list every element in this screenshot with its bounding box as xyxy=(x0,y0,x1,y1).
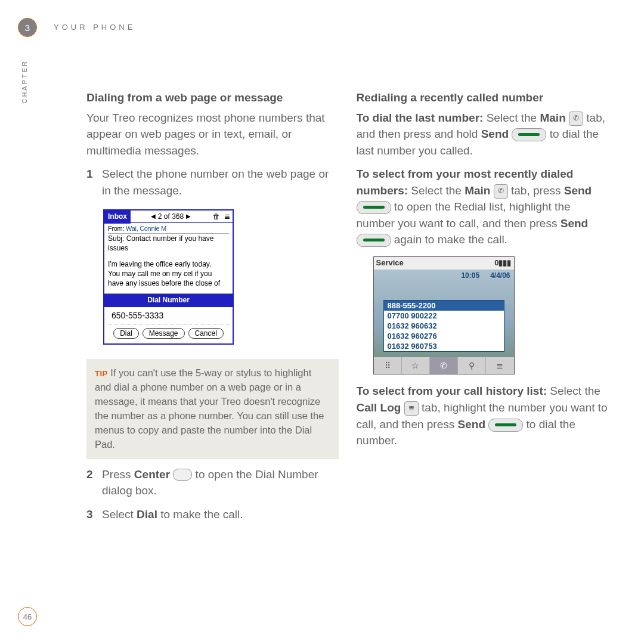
send-button-icon xyxy=(488,419,523,432)
tab-main-icon[interactable]: ✆ xyxy=(430,357,458,374)
page-number: 46 xyxy=(18,607,37,626)
page-number-value: 46 xyxy=(23,612,32,621)
tip-label: TIP xyxy=(95,369,108,378)
calllog-tab-icon: ≣ xyxy=(404,401,419,416)
p3-calllog: Call Log xyxy=(357,401,401,414)
step-3: 3 Select Dial to make the call. xyxy=(86,506,339,523)
step-3-text-c: to make the call. xyxy=(157,508,243,521)
message-button[interactable]: Message xyxy=(143,328,185,339)
step-1: 1 Select the phone number on the web pag… xyxy=(86,166,339,199)
chapter-badge: 3 xyxy=(18,18,37,37)
list-item[interactable]: 888-555-2200 xyxy=(384,301,504,311)
tab-dialpad-icon[interactable]: ⠿ xyxy=(374,357,402,374)
tab-calllog-icon[interactable]: ≣ xyxy=(486,357,513,374)
inbox-from-label: From: xyxy=(108,225,124,232)
step-3-bold: Dial xyxy=(137,508,157,521)
tip-box: TIP If you can't use the 5-way or stylus… xyxy=(86,359,339,459)
signal-icon: 0▮▮▮ xyxy=(494,258,511,269)
left-heading: Dialing from a web page or message xyxy=(86,89,339,106)
menu-icon[interactable]: ≣ xyxy=(222,212,233,222)
list-item[interactable]: 01632 960276 xyxy=(384,331,504,341)
p2-main: Main xyxy=(465,184,490,197)
p2-send2: Send xyxy=(561,217,588,230)
prev-icon[interactable]: ◀ xyxy=(151,212,156,221)
p1-b: Select the xyxy=(483,112,540,124)
p3-lead: To select from your call history list: xyxy=(357,385,547,397)
inbox-pager: 2 of 368 xyxy=(158,212,184,222)
call-history-paragraph: To select from your call history list: S… xyxy=(357,383,609,448)
send-button-icon xyxy=(512,128,546,141)
left-column: Dialing from a web page or message Your … xyxy=(86,89,339,522)
p2-h: again to make the call. xyxy=(391,233,507,246)
list-item[interactable]: 01632 960753 xyxy=(384,341,504,351)
step-1-number: 1 xyxy=(86,166,102,199)
center-button-icon xyxy=(173,469,192,481)
service-time: 10:05 xyxy=(461,271,479,281)
cancel-button[interactable]: Cancel xyxy=(188,328,224,339)
tip-text: If you can't use the 5-way or stylus to … xyxy=(95,367,324,450)
next-icon[interactable]: ▶ xyxy=(186,212,191,221)
send-button-icon xyxy=(357,234,391,247)
dial-button[interactable]: Dial xyxy=(113,328,139,339)
dial-number-band: Dial Number xyxy=(104,294,233,306)
step-2-text-a: Press xyxy=(102,468,134,481)
step-1-text: Select the phone number on the web page … xyxy=(102,166,339,199)
main-tab-icon: ✆ xyxy=(569,112,583,126)
redial-recent-paragraph: To select from your most recently dialed… xyxy=(357,166,609,248)
dial-number-value: 650-555-3333 xyxy=(108,307,229,324)
tab-favorites-icon[interactable]: ☆ xyxy=(402,357,430,374)
send-button-icon xyxy=(357,201,391,214)
trash-icon[interactable]: 🗑 xyxy=(211,212,222,222)
tab-contacts-icon[interactable]: ⚲ xyxy=(458,357,486,374)
p1-main: Main xyxy=(540,112,565,124)
p3-b: Select the xyxy=(547,385,600,397)
step-2: 2 Press Center to open the Dial Number d… xyxy=(86,466,339,499)
p3-send: Send xyxy=(458,418,485,431)
redial-last-paragraph: To dial the last number: Select the Main… xyxy=(357,110,609,159)
redial-list: 888-555-2200 07700 900222 01632 960632 0… xyxy=(383,300,504,352)
inbox-body-line: I'm leaving the office early today. xyxy=(108,259,229,269)
list-item[interactable]: 07700 900222 xyxy=(384,311,504,321)
list-item[interactable]: 01632 960632 xyxy=(384,321,504,331)
inbox-screenshot: Inbox ◀ 2 of 368 ▶ 🗑 ≣ From: Wai, Connie… xyxy=(103,209,234,345)
service-title: Service xyxy=(376,258,404,269)
redial-screenshot: Service 0▮▮▮ 10:05 4/4/06 888-555-2200 0… xyxy=(373,256,515,375)
service-date: 4/4/06 xyxy=(490,271,510,281)
p2-b: Select the xyxy=(408,184,465,197)
inbox-body-line: You may call me on my cel if you xyxy=(108,269,229,278)
p2-send1: Send xyxy=(564,184,592,197)
step-2-bold: Center xyxy=(134,468,170,481)
step-2-number: 2 xyxy=(86,466,102,499)
inbox-from-value: Wai, Connie M xyxy=(126,225,166,232)
p2-d: tab, press xyxy=(508,184,564,197)
running-head: YOUR PHONE xyxy=(54,23,135,32)
p1-lead: To dial the last number: xyxy=(357,112,484,124)
p1-send: Send xyxy=(481,128,509,140)
inbox-body-line: have any issues before the close of xyxy=(108,278,229,288)
chapter-side-label: CHAPTER xyxy=(21,60,28,104)
left-intro: Your Treo recognizes most phone numbers … xyxy=(86,110,339,159)
step-3-text-a: Select xyxy=(102,508,137,521)
chapter-number: 3 xyxy=(25,23,30,33)
right-heading: Redialing a recently called number xyxy=(357,89,609,106)
step-3-number: 3 xyxy=(86,506,102,523)
inbox-title: Inbox xyxy=(104,209,131,224)
inbox-subject: Subj: Contact number if you have issues xyxy=(108,234,229,253)
main-tab-icon: ✆ xyxy=(494,184,508,199)
right-column: Redialing a recently called number To di… xyxy=(357,89,609,522)
